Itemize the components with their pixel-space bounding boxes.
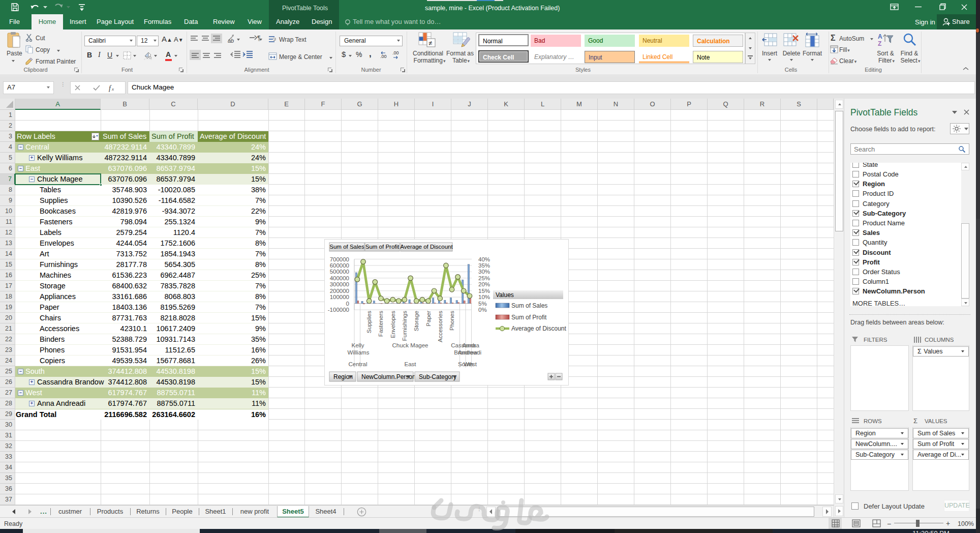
svg-text:≠: ≠	[428, 39, 432, 47]
svg-text:-100000: -100000	[328, 307, 349, 313]
svg-text:Paper: Paper	[425, 311, 432, 327]
svg-text:Supplies: Supplies	[366, 311, 372, 333]
svg-text:Average of Discount: Average of Discount	[511, 325, 567, 332]
svg-text:0%: 0%	[478, 307, 487, 313]
svg-text:Sum of Sales: Sum of Sales	[511, 302, 547, 309]
svg-text:Average of Discount: Average of Discount	[400, 244, 453, 250]
svg-text:Phones: Phones	[449, 311, 455, 331]
svg-text:300000: 300000	[330, 281, 349, 287]
svg-text:15%: 15%	[478, 288, 490, 294]
svg-text:600000: 600000	[330, 262, 349, 269]
svg-text:0: 0	[346, 301, 349, 307]
svg-text:10%: 10%	[478, 294, 490, 300]
svg-text:5%: 5%	[478, 301, 487, 307]
svg-text:x: x	[111, 86, 114, 92]
svg-text:ab: ab	[228, 38, 234, 44]
svg-text:Storage: Storage	[413, 311, 419, 331]
svg-text:East: East	[404, 361, 416, 367]
svg-text:Chuck Magee: Chuck Magee	[392, 342, 428, 348]
svg-text:25%: 25%	[478, 275, 490, 281]
svg-text:Values: Values	[496, 291, 514, 299]
svg-text:Andreadi: Andreadi	[458, 349, 481, 356]
svg-text:Sum of Sales: Sum of Sales	[329, 244, 364, 250]
svg-text:400000: 400000	[330, 275, 349, 281]
svg-text:500000: 500000	[330, 269, 349, 275]
svg-text:Sum of Profit: Sum of Profit	[365, 244, 400, 250]
svg-text:Accessories: Accessories	[437, 311, 443, 342]
svg-text:Williams: Williams	[348, 349, 370, 356]
svg-text:.00: .00	[392, 50, 399, 55]
svg-text:A: A	[878, 33, 882, 40]
svg-text:.00: .00	[380, 54, 387, 59]
svg-text:Region: Region	[333, 373, 353, 380]
svg-text:Z: Z	[878, 40, 881, 47]
svg-text:30%: 30%	[478, 269, 490, 275]
svg-text:Fasteners: Fasteners	[378, 311, 384, 337]
svg-text:Sub-Category: Sub-Category	[419, 373, 456, 380]
svg-text:Envelopes: Envelopes	[390, 311, 396, 338]
svg-text:Sum of Profit: Sum of Profit	[511, 314, 547, 321]
svg-text:Anna: Anna	[463, 342, 476, 348]
svg-text:20%: 20%	[478, 281, 490, 287]
svg-text:Furnishings: Furnishings	[402, 311, 408, 341]
svg-text:35%: 35%	[478, 262, 490, 269]
svg-text:200000: 200000	[330, 288, 349, 294]
svg-text:100000: 100000	[330, 294, 349, 300]
svg-text:Kelly: Kelly	[352, 342, 364, 348]
svg-text:700000: 700000	[330, 256, 349, 262]
svg-text:40%: 40%	[478, 256, 490, 262]
svg-text:West: West	[464, 361, 477, 367]
svg-text:Central: Central	[348, 361, 367, 367]
